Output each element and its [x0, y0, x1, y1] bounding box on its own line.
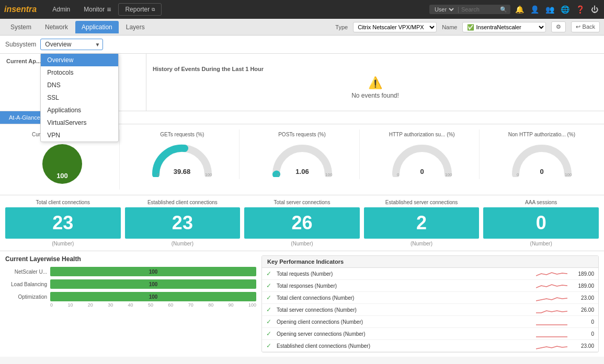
- kpi-sparkline-5: [536, 318, 567, 326]
- kpi-val-7: 23.00: [571, 343, 594, 349]
- kpi-val-6: 0: [571, 331, 594, 337]
- svg-text:100: 100: [205, 172, 212, 177]
- kpi-name-7: Established client connections (Number): [277, 343, 533, 349]
- name-label: Name: [442, 24, 457, 30]
- metric-est-server: Established server connections 2 (Number…: [364, 199, 480, 246]
- metric-aaa-title: AAA sessions: [525, 199, 557, 205]
- dropdown-menu[interactable]: Overview Protocols DNS SSL Applications …: [40, 53, 119, 142]
- search-divider: |: [458, 6, 459, 13]
- tab-layers[interactable]: Layers: [120, 21, 151, 33]
- type-name-row: Type Citrix Netscaler VPX/MPX Name ✅ Ins…: [335, 21, 600, 32]
- kpi-row-4: ✓ Total server connections (Number) 26.0…: [262, 304, 598, 316]
- metric-total-server: Total server connections 26 (Number): [244, 199, 360, 246]
- svg-text:100: 100: [325, 172, 333, 177]
- tab-system[interactable]: System: [4, 21, 38, 33]
- kpi-sparkline-6: [536, 330, 567, 338]
- bar-fill-opt: 100: [50, 292, 256, 301]
- tab-network[interactable]: Network: [39, 21, 74, 33]
- dropdown-item-dns[interactable]: DNS: [41, 79, 118, 91]
- kpi-section: Key Performance Indicators ✓ Total reque…: [261, 255, 599, 353]
- nav-admin[interactable]: Admin: [46, 4, 76, 15]
- nav-reporter[interactable]: Reporter ⧉: [118, 3, 162, 16]
- posts-gauge-svg: 1.06 0 100: [271, 140, 334, 177]
- svg-text:0: 0: [517, 172, 519, 177]
- name-select[interactable]: ✅ InsentraNetscaler: [462, 22, 546, 32]
- dropdown-item-virtualservers[interactable]: VirtualServers: [41, 116, 118, 129]
- metric-total-client-title: Total client connections: [36, 199, 90, 205]
- nav-monitor[interactable]: Monitor ≡: [77, 3, 117, 16]
- no-events: ⚠️ No events found!: [351, 76, 399, 99]
- bar-track-netscaler: 100: [50, 267, 256, 276]
- kpi-name-4: Total server connections (Number): [277, 307, 533, 313]
- metric-aaa: AAA sessions 0 (Number): [483, 199, 599, 246]
- subsystem-wrapper: Overview Protocols DNS SSL Applications …: [40, 39, 103, 50]
- notifications-icon[interactable]: 🔔: [514, 4, 526, 15]
- user-select[interactable]: User: [432, 6, 455, 13]
- no-events-text: No events found!: [351, 92, 399, 99]
- bar-label-opt: Optimization: [5, 294, 47, 300]
- metric-aaa-unit: (Number): [530, 241, 552, 246]
- dropdown-item-ssl[interactable]: SSL: [41, 91, 118, 104]
- bar-fill-netscaler: 100: [50, 267, 256, 276]
- bar-chart: NetScaler U... 100 Load Balancing 100: [5, 267, 256, 301]
- metric-aaa-box: 0: [483, 207, 599, 239]
- metric-est-server-box: 2: [364, 207, 480, 239]
- metric-total-server-title: Total server connections: [274, 199, 331, 205]
- type-select[interactable]: Citrix Netscaler VPX/MPX: [353, 22, 437, 32]
- health-circle-svg: 100: [39, 140, 86, 187]
- kpi-val-1: 189.00: [571, 271, 594, 277]
- bar-track-lb: 100: [50, 279, 256, 289]
- kpi-name-2: Total responses (Number): [277, 283, 533, 289]
- metric-est-client-box: 23: [125, 207, 241, 239]
- kpi-sparkline-3: [536, 293, 567, 302]
- gauge-http-auth-title: HTTP authorization su... (%): [389, 132, 455, 137]
- power-icon[interactable]: ⏻: [589, 4, 600, 15]
- user-icon[interactable]: 👤: [529, 4, 541, 15]
- kpi-val-4: 26.00: [571, 307, 594, 313]
- dropdown-item-vpn[interactable]: VPN: [41, 129, 118, 142]
- kpi-sparkline-2: [536, 281, 567, 290]
- metric-est-client-value: 23: [172, 212, 193, 234]
- globe-icon[interactable]: 🌐: [559, 4, 571, 15]
- x-axis: 0102030405060708090100: [50, 302, 256, 308]
- search-box: User | 🔍: [429, 5, 510, 14]
- http-auth-gauge-svg: 0 0 100: [391, 140, 453, 177]
- kpi-name-3: Total client connections (Number): [277, 295, 533, 301]
- gets-gauge-svg: 39.68 0 100: [151, 140, 213, 177]
- dropdown-item-protocols[interactable]: Protocols: [41, 66, 118, 79]
- layerwise-section: Current Layerwise Health NetScaler U... …: [0, 251, 604, 357]
- top-nav: insentra Admin Monitor ≡ Reporter ⧉ User…: [0, 0, 604, 19]
- layerwise-title: Current Layerwise Health: [5, 255, 256, 263]
- gauge-posts-title: POSTs requests (%): [278, 132, 326, 137]
- kpi-val-5: 0: [571, 319, 594, 325]
- kpi-check-3: ✓: [266, 294, 273, 301]
- kpi-val-2: 189.00: [571, 283, 594, 289]
- search-icon[interactable]: 🔍: [500, 6, 507, 13]
- metric-total-client: Total client connections 23 (Number): [5, 199, 121, 246]
- type-label: Type: [335, 24, 348, 30]
- search-input[interactable]: [461, 6, 498, 13]
- dropdown-item-applications[interactable]: Applications: [41, 104, 118, 116]
- help-icon[interactable]: ❓: [574, 4, 586, 15]
- tab-group: System Network Application Layers: [4, 21, 151, 33]
- gauge-non-http-auth: Non HTTP authorizatio... (%) 0 0 100: [485, 130, 599, 179]
- svg-text:100: 100: [565, 172, 572, 177]
- layerwise-left: Current Layerwise Health NetScaler U... …: [5, 255, 256, 353]
- kpi-row-3: ✓ Total client connections (Number) 23.0…: [262, 292, 598, 304]
- bar-label-lb: Load Balancing: [5, 281, 47, 287]
- tab-application[interactable]: Application: [75, 21, 119, 33]
- settings-button[interactable]: ⚙: [551, 21, 566, 32]
- svg-text:0: 0: [277, 172, 280, 177]
- bar-track-opt: 100: [50, 292, 256, 301]
- bar-val-lb: 100: [149, 281, 158, 287]
- metric-est-client-title: Established client connections: [147, 199, 218, 205]
- svg-text:0: 0: [157, 172, 159, 177]
- kpi-rows: ✓ Total requests (Number) 189.00 ✓ Total…: [262, 268, 598, 352]
- gauge-http-auth: HTTP authorization su... (%) 0 0 100: [365, 130, 480, 179]
- subsystem-select[interactable]: Overview Protocols DNS SSL Applications …: [40, 39, 103, 50]
- gauge-gets-title: GETs requests (%): [160, 132, 204, 137]
- dropdown-item-overview[interactable]: Overview: [41, 54, 118, 66]
- back-button[interactable]: ↩ Back: [571, 21, 600, 32]
- users-icon[interactable]: 👥: [544, 4, 556, 15]
- svg-text:0: 0: [420, 168, 424, 175]
